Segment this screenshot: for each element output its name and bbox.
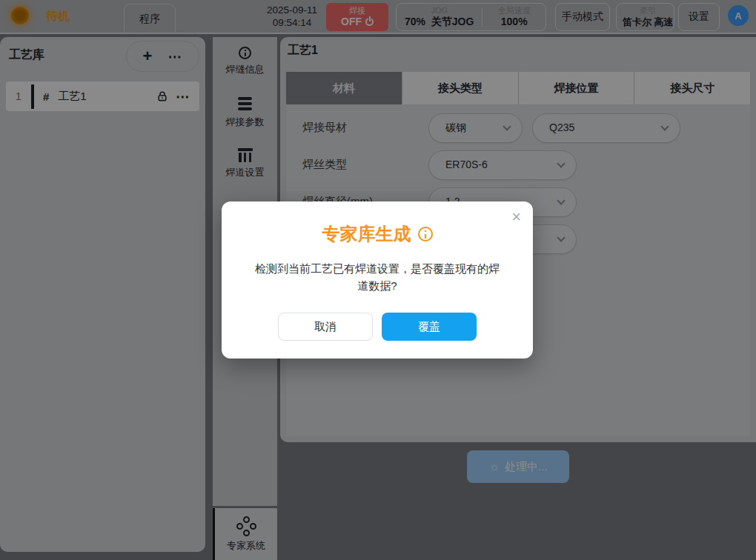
dialog-title-row: 专家库生成 (222, 222, 533, 246)
dialog-buttons: 取消 覆盖 (222, 313, 533, 341)
cancel-button[interactable]: 取消 (278, 313, 373, 341)
dialog-message: 检测到当前工艺已有焊道设置，是否覆盖现有的焊 道数据? (222, 260, 533, 294)
welding-app: 待机 程序 2025-09-11 09:54:14 焊接 OFF JOG 70%… (0, 0, 756, 560)
close-icon[interactable]: × (511, 207, 521, 227)
overwrite-button[interactable]: 覆盖 (382, 313, 477, 341)
info-icon (418, 227, 433, 241)
expert-library-dialog: × 专家库生成 检测到当前工艺已有焊道设置，是否覆盖现有的焊 道数据? 取消 覆… (222, 201, 533, 359)
dialog-title: 专家库生成 (322, 222, 411, 246)
